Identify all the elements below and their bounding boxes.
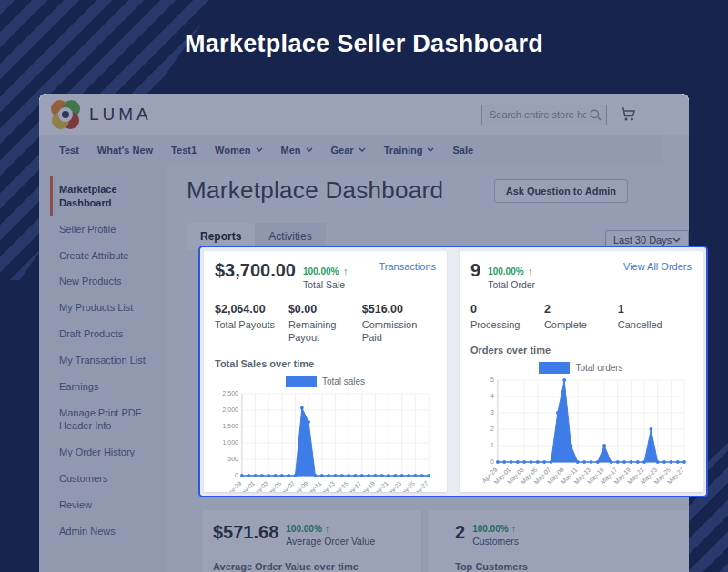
stat-label: Total Payouts <box>215 318 283 331</box>
stat-value: 2 <box>544 303 612 316</box>
stat-complete: 2Complete <box>544 303 618 331</box>
orders-chart-title: Orders over time <box>470 345 692 356</box>
poster-title: Marketplace Seller Dashboard <box>0 30 728 58</box>
total-sale-trend-label: Total Sale <box>303 279 348 291</box>
total-sale-card: $3,700.00 100.00% ↑ Total Sale Transacti… <box>204 251 447 492</box>
total-order-card: 9 100.00% ↑ Total Order View All Orders … <box>460 251 703 492</box>
order-stats-row: 0Processing2Complete1Cancelled <box>470 303 692 331</box>
legend-label: Total sales <box>322 376 365 386</box>
legend-swatch <box>286 376 317 387</box>
stat-processing: 0Processing <box>470 303 544 331</box>
poster: Marketplace Seller Dashboard LUMA TestWh… <box>0 0 728 572</box>
orders-chart-legend: Total orders <box>470 362 692 374</box>
svg-text:1: 1 <box>490 443 494 449</box>
legend-label: Total orders <box>575 363 622 373</box>
svg-text:2: 2 <box>490 426 494 433</box>
svg-text:1,000: 1,000 <box>222 439 238 446</box>
total-order-trend-label: Total Order <box>488 279 535 291</box>
sale-stats-row: $2,064.00Total Payouts$0.00Remaining Pay… <box>215 303 436 345</box>
stat-value: $2,064.00 <box>215 303 283 316</box>
total-orders-chart: 012345Apr-29May-01May-03May-05May-07May-… <box>470 375 692 489</box>
stat-label: Commission Paid <box>362 318 430 345</box>
stat-commission-paid: $516.00Commission Paid <box>362 303 436 345</box>
stat-value: 0 <box>470 303 539 316</box>
stat-label: Cancelled <box>618 318 686 331</box>
legend-swatch <box>539 362 570 374</box>
svg-text:2,000: 2,000 <box>222 406 238 413</box>
sales-chart-title: Total Sales over time <box>215 358 436 369</box>
svg-text:500: 500 <box>228 456 238 462</box>
stat-value: $516.00 <box>362 303 430 316</box>
highlight-panel: $3,700.00 100.00% ↑ Total Sale Transacti… <box>198 246 708 497</box>
total-order-value: 9 <box>470 261 480 280</box>
arrow-up-icon: ↑ <box>528 266 533 276</box>
svg-text:0: 0 <box>490 459 494 466</box>
total-order-trend-pct: 100.00% <box>488 266 523 276</box>
svg-text:0: 0 <box>235 472 238 478</box>
svg-text:4: 4 <box>490 394 494 400</box>
transactions-link[interactable]: Transactions <box>379 261 436 272</box>
stat-remaining-payout: $0.00Remaining Payout <box>288 303 362 345</box>
stat-label: Remaining Payout <box>288 318 357 345</box>
svg-text:5: 5 <box>490 377 494 384</box>
svg-text:1,500: 1,500 <box>222 423 238 429</box>
svg-text:3: 3 <box>490 410 494 416</box>
stat-cancelled: 1Cancelled <box>618 303 692 331</box>
total-sale-trend-pct: 100.00% <box>303 266 339 276</box>
stat-label: Processing <box>470 318 539 331</box>
svg-text:2,500: 2,500 <box>222 390 238 396</box>
total-sale-value: $3,700.00 <box>215 261 296 280</box>
arrow-up-icon: ↑ <box>343 266 349 276</box>
stat-value: $0.00 <box>288 303 357 316</box>
view-all-orders-link[interactable]: View All Orders <box>623 261 692 272</box>
sales-chart-legend: Total sales <box>215 376 436 387</box>
total-sales-chart: 05001,0001,5002,0002,500Apr-29May-01May-… <box>215 388 436 492</box>
stat-total-payouts: $2,064.00Total Payouts <box>215 303 288 345</box>
stat-label: Complete <box>544 318 612 331</box>
stat-value: 1 <box>618 303 686 316</box>
